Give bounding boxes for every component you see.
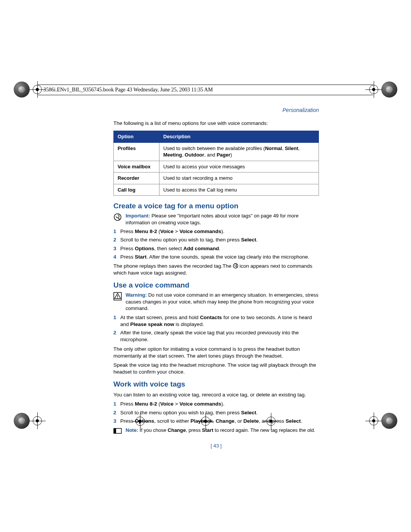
- desc-recorder: Used to start recording a memo: [159, 173, 319, 184]
- intro-text: The following is a list of menu options …: [113, 120, 319, 127]
- opt-voicemail: Voice mailbox: [114, 161, 159, 173]
- list-item: 1Press Menu 8-2 (Voice > Voice commands)…: [113, 228, 319, 235]
- table-row: Recorder Used to start recording a memo: [114, 173, 319, 184]
- list-item: 3Press Options, scroll to either Playbac…: [113, 418, 319, 425]
- desc-calllog: Used to access the Call log menu: [159, 184, 319, 196]
- headset-para-1: The only other option for initiating a v…: [113, 346, 319, 359]
- warning-text: Do not use voice command in an emergency…: [126, 292, 319, 311]
- steps-use: 1At the start screen, press and hold Con…: [113, 314, 319, 343]
- important-text: Please see "Important notes about voice …: [126, 213, 298, 225]
- svg-point-4: [117, 297, 118, 298]
- steps-work: 1Press Menu 8-2 (Voice > Voice commands)…: [113, 401, 319, 425]
- table-row: Voice mailbox Used to access your voice …: [114, 161, 319, 173]
- warning-lead: Warning:: [126, 292, 147, 298]
- important-icon: [113, 213, 123, 221]
- heading-use-command: Use a voice command: [113, 280, 319, 290]
- headset-para-2: Speak the voice tag into the headset mic…: [113, 362, 319, 375]
- header-stamp-text: 3586i.ENv1_BIL_9356745.book Page 43 Wedn…: [43, 87, 213, 93]
- heading-work-tags: Work with voice tags: [113, 379, 319, 389]
- options-table: Option Description Profiles Used to swit…: [113, 131, 319, 196]
- important-note: Important: Please see "Important notes a…: [113, 212, 319, 226]
- th-description: Description: [159, 131, 319, 143]
- header-stamp: 3586i.ENv1_BIL_9356745.book Page 43 Wedn…: [38, 85, 373, 95]
- opt-recorder: Recorder: [114, 173, 159, 184]
- work-intro: You can listen to an existing voice tag,…: [113, 391, 319, 398]
- opt-calllog: Call log: [114, 184, 159, 196]
- page-number: [ 43 ]: [113, 443, 319, 449]
- table-row: Profiles Used to switch between the avai…: [114, 142, 319, 161]
- table-row: Call log Used to access the Call log men…: [114, 184, 319, 196]
- th-option: Option: [114, 131, 159, 143]
- important-lead: Important:: [126, 213, 150, 219]
- steps-create: 1Press Menu 8-2 (Voice > Voice commands)…: [113, 228, 319, 260]
- page-content: Personalization The following is a list …: [113, 107, 319, 449]
- list-item: 1Press Menu 8-2 (Voice > Voice commands)…: [113, 401, 319, 407]
- voice-tag-icon: [233, 263, 238, 268]
- list-item: 3Press Options, then select Add command.: [113, 245, 319, 252]
- desc-profiles: Used to switch between the available pro…: [159, 142, 319, 161]
- list-item: 2After the tone, clearly speak the voice…: [113, 329, 319, 343]
- desc-voicemail: Used to access your voice messages: [159, 161, 319, 173]
- list-item: 4Press Start. After the tone sounds, spe…: [113, 254, 319, 260]
- list-item: 1At the start screen, press and hold Con…: [113, 314, 319, 328]
- note-lead: Note:: [126, 427, 138, 433]
- chapter-label: Personalization: [113, 107, 319, 114]
- warning-note: Warning: Do not use voice command in an …: [113, 292, 319, 312]
- opt-profiles: Profiles: [114, 142, 159, 161]
- list-item: 2Scroll to the menu option you wish to t…: [113, 236, 319, 243]
- warning-icon: [113, 292, 123, 300]
- heading-create-tag: Create a voice tag for a menu option: [113, 201, 319, 211]
- list-item: 2Scroll to the menu option you wish to t…: [113, 409, 319, 416]
- svg-rect-6: [114, 428, 116, 433]
- note-icon: [113, 427, 123, 434]
- note-row: Note: If you chose Change, press Start t…: [113, 427, 319, 434]
- replay-para: The phone replays then saves the recorde…: [113, 263, 319, 276]
